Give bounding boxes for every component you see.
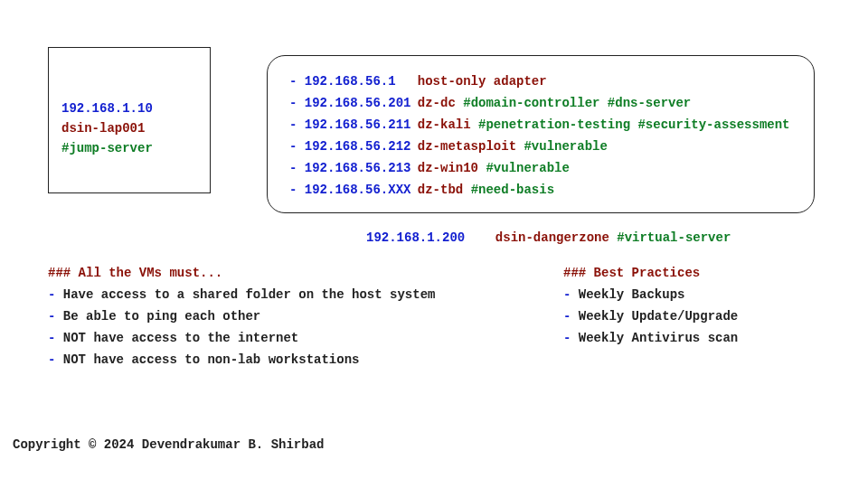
rules-item: - Have access to a shared folder on the … — [48, 284, 435, 305]
rules-item: - NOT have access to non-lab workstation… — [48, 349, 435, 371]
vm-tags: #need-basis — [471, 183, 554, 197]
host-hostname: dsin-dangerzone — [495, 230, 609, 245]
jump-server-box: 192.168.1.10 dsin-lap001 #jump-server — [48, 47, 211, 193]
rules-heading: ### All the VMs must... — [48, 262, 435, 284]
jump-tag: #jump-server — [61, 138, 199, 158]
vm-tags: #vulnerable — [524, 139, 607, 154]
vm-list-box: - 192.168.56.1host-only adapter - 192.16… — [267, 55, 815, 213]
vm-ip: 192.168.56.212 — [305, 136, 418, 157]
vm-ip: 192.168.56.201 — [305, 92, 418, 114]
bullet: - — [289, 183, 305, 197]
bullet: - — [563, 331, 579, 345]
host-ip: 192.168.1.200 — [366, 230, 465, 245]
vm-hostname: dz-tbd — [418, 183, 463, 197]
vm-hostname: dz-metasploit — [418, 139, 516, 154]
vm-tags: #domain-controller #dns-server — [463, 96, 691, 110]
bullet: - — [289, 161, 305, 175]
vm-hostname: dz-kali — [418, 117, 471, 132]
bullet: - — [48, 331, 63, 345]
diagram-root: 192.168.1.10 dsin-lap001 #jump-server - … — [0, 0, 868, 488]
vm-ip: 192.168.56.XXX — [305, 179, 418, 201]
bullet: - — [48, 287, 63, 302]
vm-hostname: dz-dc — [418, 96, 456, 110]
vm-row: - 192.168.56.201dz-dc #domain-controller… — [289, 92, 797, 114]
vm-row: - 192.168.56.1host-only adapter — [289, 70, 797, 92]
bullet: - — [289, 139, 305, 154]
practices-text: Weekly Update/Upgrade — [579, 309, 738, 324]
bullet: - — [48, 309, 63, 324]
vm-tags: #vulnerable — [486, 161, 569, 175]
practices-item: - Weekly Backups — [563, 284, 738, 305]
practices-heading: ### Best Practices — [563, 262, 738, 284]
vm-rules: ### All the VMs must... - Have access to… — [48, 262, 435, 371]
vm-ip: 192.168.56.1 — [305, 70, 418, 92]
vm-row: - 192.168.56.212dz-metasploit #vulnerabl… — [289, 136, 797, 157]
jump-hostname: dsin-lap001 — [61, 118, 199, 138]
vm-tags: #penetration-testing #security-assessmen… — [478, 117, 789, 132]
jump-ip: 192.168.1.10 — [61, 99, 199, 118]
vm-row: - 192.168.56.213dz-win10 #vulnerable — [289, 157, 797, 179]
rules-text: Be able to ping each other — [63, 309, 260, 324]
bullet: - — [563, 287, 579, 302]
rules-text: NOT have access to the internet — [63, 331, 298, 345]
bullet: - — [289, 117, 305, 132]
best-practices: ### Best Practices - Weekly Backups - We… — [563, 262, 738, 349]
vm-row: - 192.168.56.211dz-kali #penetration-tes… — [289, 114, 797, 136]
rules-text: NOT have access to non-lab workstations — [63, 352, 360, 367]
bullet: - — [563, 309, 579, 324]
practices-text: Weekly Backups — [579, 287, 685, 302]
vm-ip: 192.168.56.213 — [305, 157, 418, 179]
host-label: 192.168.1.200 dsin-dangerzone #virtual-s… — [366, 230, 731, 245]
bullet: - — [289, 96, 305, 110]
bullet: - — [289, 74, 305, 89]
copyright-notice: Copyright © 2024 Devendrakumar B. Shirba… — [13, 437, 324, 452]
practices-item: - Weekly Antivirus scan — [563, 327, 738, 349]
bullet: - — [48, 352, 63, 367]
vm-row: - 192.168.56.XXXdz-tbd #need-basis — [289, 179, 797, 201]
vm-hostname: host-only adapter — [418, 74, 547, 89]
rules-item: - Be able to ping each other — [48, 305, 435, 327]
host-tag: #virtual-server — [617, 230, 731, 245]
vm-ip: 192.168.56.211 — [305, 114, 418, 136]
vm-hostname: dz-win10 — [418, 161, 478, 175]
rules-item: - NOT have access to the internet — [48, 327, 435, 349]
practices-item: - Weekly Update/Upgrade — [563, 305, 738, 327]
rules-text: Have access to a shared folder on the ho… — [63, 287, 436, 302]
practices-text: Weekly Antivirus scan — [579, 331, 738, 345]
